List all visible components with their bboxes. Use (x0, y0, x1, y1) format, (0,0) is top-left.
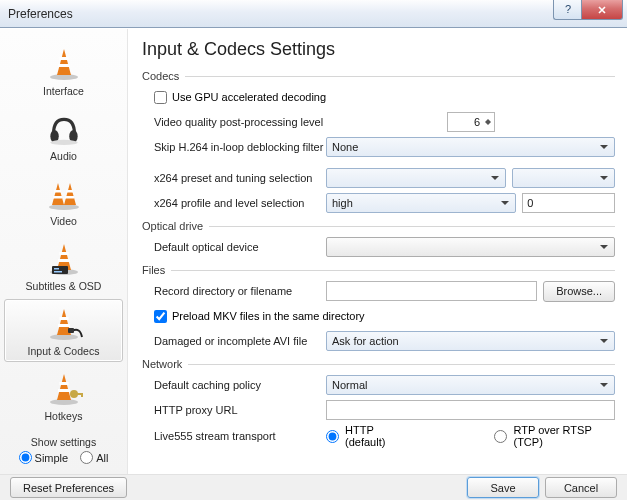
sidebar-item-label: Hotkeys (45, 410, 83, 422)
group-codecs: Codecs Use GPU accelerated decoding Vide… (142, 70, 615, 214)
caching-label: Default caching policy (142, 379, 326, 391)
video-quality-pp-label: Video quality post-processing level (142, 116, 326, 128)
group-title: Codecs (142, 70, 185, 82)
footer: Reset Preferences Save Cancel (0, 474, 627, 500)
skip-h264-combo[interactable]: None (326, 137, 615, 157)
cone-icon (43, 46, 85, 82)
record-dir-input[interactable] (326, 281, 537, 301)
svg-rect-23 (59, 382, 68, 385)
svg-text:?: ? (564, 5, 570, 15)
svg-rect-14 (58, 259, 70, 262)
svg-rect-2 (59, 57, 68, 60)
svg-rect-8 (54, 190, 61, 193)
sidebar-item-subtitles[interactable]: Subtitles & OSD (4, 234, 123, 297)
live555-http-radio[interactable]: HTTP (default) (326, 424, 411, 448)
group-files: Files Record directory or filename Brows… (142, 264, 615, 352)
close-button[interactable] (581, 0, 623, 20)
svg-rect-24 (58, 389, 70, 392)
sidebar-item-label: Audio (50, 150, 77, 162)
svg-rect-11 (65, 196, 74, 199)
svg-rect-21 (68, 328, 74, 333)
browse-button[interactable]: Browse... (543, 281, 615, 302)
sidebar-item-interface[interactable]: Interface (4, 39, 123, 102)
svg-rect-20 (58, 324, 70, 327)
cancel-button[interactable]: Cancel (545, 477, 617, 498)
x264-tuning-combo[interactable] (512, 168, 615, 188)
page-title: Input & Codecs Settings (142, 39, 615, 60)
gpu-decoding-checkbox[interactable] (154, 91, 167, 104)
default-optical-combo[interactable] (326, 237, 615, 257)
gpu-decoding-label: Use GPU accelerated decoding (172, 91, 326, 103)
svg-point-6 (50, 140, 77, 145)
sidebar-item-label: Input & Codecs (28, 345, 100, 357)
svg-rect-19 (59, 317, 68, 320)
live555-rtp-radio[interactable]: RTP over RTSP (TCP) (494, 424, 615, 448)
reset-preferences-button[interactable]: Reset Preferences (10, 477, 127, 498)
record-dir-label: Record directory or filename (142, 285, 326, 297)
default-optical-label: Default optical device (142, 241, 326, 253)
sidebar-item-label: Subtitles & OSD (26, 280, 102, 292)
http-proxy-input[interactable] (326, 400, 615, 420)
titlebar: Preferences ? (0, 0, 627, 28)
svg-rect-17 (54, 271, 62, 273)
group-optical: Optical drive Default optical device (142, 220, 615, 258)
skip-h264-label: Skip H.264 in-loop deblocking filter (142, 141, 326, 153)
video-quality-pp-spinner[interactable]: 6 (447, 112, 495, 132)
preload-mkv-checkbox[interactable] (154, 310, 167, 323)
x264-preset-label: x264 preset and tuning selection (142, 172, 326, 184)
show-settings-all-radio[interactable]: All (80, 451, 108, 464)
x264-preset-combo[interactable] (326, 168, 506, 188)
svg-rect-27 (81, 393, 83, 397)
svg-rect-13 (59, 252, 68, 255)
headphones-icon (43, 111, 85, 147)
help-button[interactable]: ? (553, 0, 581, 20)
x264-level-input[interactable] (522, 193, 615, 213)
svg-rect-9 (66, 190, 73, 193)
sidebar-item-label: Video (50, 215, 77, 227)
caching-combo[interactable]: Normal (326, 375, 615, 395)
sidebar-item-input-codecs[interactable]: Input & Codecs (4, 299, 123, 362)
damaged-avi-label: Damaged or incomplete AVI file (142, 335, 326, 347)
group-title: Optical drive (142, 220, 209, 232)
sidebar-item-audio[interactable]: Audio (4, 104, 123, 167)
svg-rect-15 (52, 266, 68, 274)
sidebar-item-video[interactable]: Video (4, 169, 123, 232)
cones-icon (43, 176, 85, 212)
damaged-avi-combo[interactable]: Ask for action (326, 331, 615, 351)
content-panel: Input & Codecs Settings Codecs Use GPU a… (128, 29, 627, 474)
svg-rect-3 (58, 64, 70, 67)
cone-key-icon (43, 371, 85, 407)
show-settings-simple-radio[interactable]: Simple (19, 451, 69, 464)
group-title: Files (142, 264, 171, 276)
group-title: Network (142, 358, 188, 370)
window-buttons: ? (553, 0, 623, 20)
svg-rect-10 (53, 196, 62, 199)
http-proxy-label: HTTP proxy URL (142, 404, 326, 416)
show-settings-title: Show settings (6, 436, 121, 448)
cone-subtitle-icon (43, 241, 85, 277)
live555-label: Live555 stream transport (142, 430, 326, 442)
cone-plug-icon (43, 306, 85, 342)
sidebar: Interface Audio Video Subtitles & OSD (0, 29, 128, 474)
window-title: Preferences (8, 7, 73, 21)
group-network: Network Default caching policy Normal HT… (142, 358, 615, 448)
sidebar-item-label: Interface (43, 85, 84, 97)
show-settings: Show settings Simple All (4, 434, 123, 468)
sidebar-item-hotkeys[interactable]: Hotkeys (4, 364, 123, 427)
x264-profile-label: x264 profile and level selection (142, 197, 326, 209)
save-button[interactable]: Save (467, 477, 539, 498)
svg-rect-16 (54, 268, 59, 270)
x264-profile-combo[interactable]: high (326, 193, 516, 213)
preload-mkv-label: Preload MKV files in the same directory (172, 310, 365, 322)
